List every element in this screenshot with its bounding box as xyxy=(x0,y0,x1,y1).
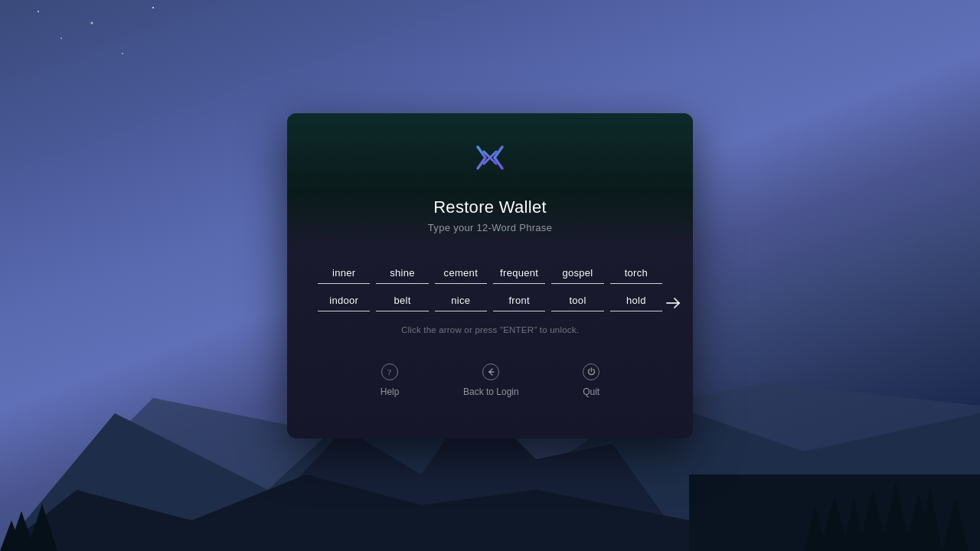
word-grid-container xyxy=(318,264,662,311)
back-label: Back to Login xyxy=(463,386,519,397)
word-6-wrapper xyxy=(610,264,662,284)
help-label: Help xyxy=(381,386,400,397)
modal-body: Click the arrow or press "ENTER" to unlo… xyxy=(287,249,693,439)
word-1-input[interactable] xyxy=(318,264,370,284)
word-10-input[interactable] xyxy=(493,292,545,311)
word-5-wrapper xyxy=(551,264,603,284)
word-5-input[interactable] xyxy=(551,264,603,284)
quit-button[interactable]: Quit xyxy=(583,364,599,397)
modal-subtitle: Type your 12-Word Phrase xyxy=(428,222,552,233)
submit-arrow-button[interactable] xyxy=(662,292,685,315)
word-11-wrapper xyxy=(551,292,603,311)
modal-overlay: Restore Wallet Type your 12-Word Phrase xyxy=(0,0,980,551)
svg-text:?: ? xyxy=(387,367,391,377)
word-6-input[interactable] xyxy=(610,264,662,284)
modal-title: Restore Wallet xyxy=(433,197,547,217)
word-7-input[interactable] xyxy=(318,292,370,311)
logo-container xyxy=(469,136,511,182)
word-9-input[interactable] xyxy=(435,292,487,311)
hint-text: Click the arrow or press "ENTER" to unlo… xyxy=(318,325,662,334)
restore-wallet-modal: Restore Wallet Type your 12-Word Phrase xyxy=(287,113,693,439)
word-8-input[interactable] xyxy=(376,292,428,311)
word-3-input[interactable] xyxy=(435,264,487,284)
help-icon: ? xyxy=(381,364,398,380)
back-icon xyxy=(482,364,499,380)
word-4-input[interactable] xyxy=(493,264,545,284)
word-grid xyxy=(318,264,662,311)
word-4-wrapper xyxy=(493,264,545,284)
arrow-right-icon xyxy=(665,295,682,311)
word-8-wrapper xyxy=(376,292,428,311)
word-12-wrapper xyxy=(610,292,662,311)
modal-footer: ? Help Back to Login xyxy=(318,356,662,416)
help-button[interactable]: ? Help xyxy=(381,364,400,397)
word-9-wrapper xyxy=(435,292,487,311)
word-12-input[interactable] xyxy=(610,292,662,311)
back-to-login-button[interactable]: Back to Login xyxy=(463,364,519,397)
word-1-wrapper xyxy=(318,264,370,284)
app-logo xyxy=(469,136,511,179)
word-10-wrapper xyxy=(493,292,545,311)
word-11-input[interactable] xyxy=(551,292,603,311)
word-2-wrapper xyxy=(376,264,428,284)
quit-label: Quit xyxy=(583,386,599,397)
modal-header: Restore Wallet Type your 12-Word Phrase xyxy=(287,113,693,249)
word-2-input[interactable] xyxy=(376,264,428,284)
power-icon xyxy=(583,364,599,380)
word-7-wrapper xyxy=(318,292,370,311)
word-3-wrapper xyxy=(435,264,487,284)
